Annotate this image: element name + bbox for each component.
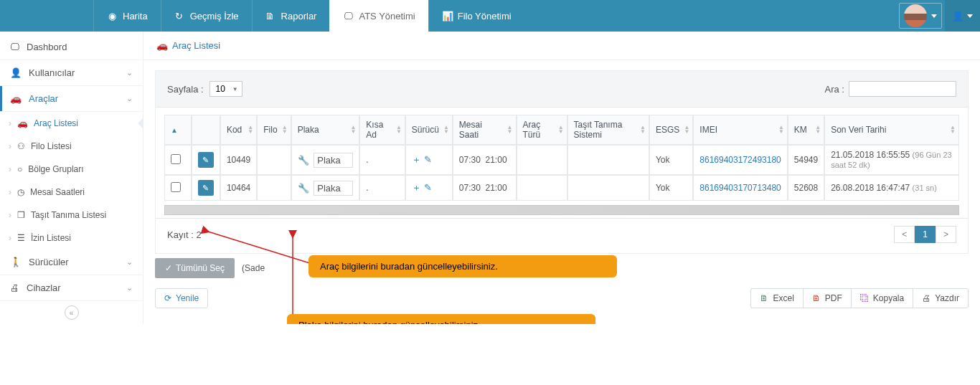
refresh-button[interactable]: ⟳Yenile	[155, 288, 208, 308]
user-icon: 👤	[952, 11, 963, 22]
user-icon: 👤	[10, 67, 22, 78]
col-expand[interactable]: ▲	[164, 115, 192, 145]
search-input[interactable]	[849, 81, 956, 97]
col-km[interactable]: KM▲▼	[788, 115, 824, 145]
sidebar-izin-listesi[interactable]: ☰İzin Listesi	[1, 227, 143, 249]
pdf-icon: 🗎	[812, 293, 821, 303]
export-pdf-button[interactable]: 🗎PDF	[803, 288, 851, 308]
page-1-button[interactable]: 1	[915, 226, 936, 243]
avatar-icon	[904, 4, 927, 27]
nav-harita[interactable]: ◉Harita	[93, 0, 161, 32]
breadcrumb-label: Araç Listesi	[172, 40, 220, 51]
cell-filo	[257, 175, 291, 201]
sidebar-mesai-saatleri[interactable]: ◷Mesai Saatleri	[1, 181, 143, 204]
user-avatar-dropdown[interactable]	[899, 3, 942, 29]
export-excel-button[interactable]: 🗎Excel	[750, 288, 802, 308]
cell-surucu: ＋✎	[405, 175, 453, 201]
pagination: < 1 >	[894, 226, 956, 243]
wrench-icon[interactable]: 🔧	[298, 183, 309, 194]
col-plaka[interactable]: Plaka▲▼	[291, 115, 360, 145]
refresh-icon: ↻	[174, 11, 184, 22]
wrench-icon[interactable]: 🔧	[298, 155, 309, 166]
horizontal-scrollbar[interactable]	[164, 205, 959, 215]
add-driver-button[interactable]: ＋	[412, 154, 421, 165]
breadcrumb: 🚗 Araç Listesi	[143, 32, 980, 60]
sidebar-suruculer[interactable]: 🚶Sürücüler⌄	[0, 249, 143, 275]
car-icon: 🚗	[17, 118, 28, 128]
monitor-icon: 🖵	[10, 42, 19, 52]
sidebar: 🖵Dashbord 👤Kullanıcılar⌄ 🚗Araçlar⌄ 🚗Araç…	[0, 32, 143, 324]
plaka-input[interactable]: Plaka	[314, 181, 353, 196]
cell-kisa-ad: .	[359, 145, 405, 175]
cube-icon: ❒	[17, 210, 25, 220]
page-next-button[interactable]: >	[936, 226, 956, 243]
paginate-label: Sayfala :	[167, 84, 204, 95]
row-edit-button[interactable]: ✎	[198, 180, 214, 196]
main-content: 🚗 Araç Listesi Sayfala : 10 Ara :	[143, 32, 980, 324]
cell-plaka: 🔧 Plaka	[291, 175, 360, 201]
person-icon: 🚶	[10, 257, 22, 267]
sidebar-collapse-button[interactable]: «	[65, 305, 79, 320]
row-edit-button[interactable]: ✎	[198, 152, 214, 168]
file-icon: 🗎	[265, 11, 275, 22]
col-mesai[interactable]: Mesai Saati▲▼	[453, 115, 517, 145]
sidebar-cihazlar[interactable]: 🖨Cihazlar⌄	[0, 275, 143, 301]
cell-filo	[257, 145, 291, 175]
imei-link[interactable]: 86169403172493180	[699, 155, 781, 165]
add-driver-button[interactable]: ＋	[412, 182, 421, 193]
page-prev-button[interactable]: <	[894, 226, 915, 243]
col-son-veri[interactable]: Son Veri Tarihi▲▼	[824, 115, 959, 145]
row-checkbox[interactable]	[171, 154, 181, 164]
col-kod[interactable]: Kod▲▼	[220, 115, 257, 145]
table-row: ✎10449🔧 Plaka.＋✎07:30 21:00Yok8616940317…	[164, 145, 959, 175]
chevron-down-icon: ⌄	[126, 68, 133, 77]
excel-icon: 🗎	[760, 293, 768, 303]
cell-esgs: Yok	[649, 145, 693, 175]
col-filo[interactable]: Filo▲▼	[257, 115, 291, 145]
user-menu-dropdown[interactable]: 👤	[945, 0, 980, 32]
sidebar-dashboard[interactable]: 🖵Dashbord	[0, 34, 143, 60]
chevron-down-icon: ⌄	[126, 94, 133, 103]
nav-filo-yonetimi[interactable]: 📊Filo Yönetimi	[428, 0, 524, 32]
col-surucu[interactable]: Sürücü▲▼	[405, 115, 453, 145]
col-kisa-ad[interactable]: Kısa Ad▲▼	[359, 115, 405, 145]
annotation-arrow	[289, 233, 311, 319]
refresh-icon: ⟳	[164, 293, 171, 303]
cell-imei: 86169403172493180	[693, 145, 787, 175]
sidebar-filo-listesi[interactable]: ⚇Filo Listesi	[1, 135, 143, 158]
cell-km: 52608	[788, 175, 824, 201]
cell-son-veri: 26.08.2018 16:47:47 (31 sn)	[824, 175, 959, 201]
nav-ats-yonetimi[interactable]: 🖵ATS Yönetimi	[329, 0, 428, 32]
chevron-down-icon: ⌄	[126, 283, 133, 293]
export-print-button[interactable]: 🖨Yazdır	[913, 288, 969, 308]
cell-kod: 10449	[220, 145, 257, 175]
sidebar-araclar[interactable]: 🚗Araçlar⌄	[0, 86, 143, 112]
chevron-down-icon: ⌄	[126, 257, 133, 267]
print-icon: 🖨	[922, 293, 930, 303]
col-imei[interactable]: IMEI▲▼	[693, 115, 787, 145]
sidebar-arac-listesi[interactable]: 🚗Araç Listesi	[1, 112, 143, 135]
row-checkbox[interactable]	[171, 182, 181, 192]
circle-icon: ○	[17, 164, 22, 174]
page-size-select[interactable]: 10	[209, 81, 242, 97]
sidebar-kullanicilar[interactable]: 👤Kullanıcılar⌄	[0, 60, 143, 86]
edit-driver-button[interactable]: ✎	[424, 182, 432, 193]
edit-driver-button[interactable]: ✎	[424, 154, 432, 165]
sitemap-icon: ⚇	[17, 141, 25, 151]
col-tasit-tanima[interactable]: Taşıt Tanıma Sistemi▲▼	[567, 115, 649, 145]
export-copy-button[interactable]: ⿻Kopyala	[851, 288, 913, 308]
sidebar-bolge-gruplari[interactable]: ○Bölge Grupları	[1, 158, 143, 181]
vehicles-table: ▲ Kod▲▼ Filo▲▼ Plaka▲▼ Kısa Ad▲▼ Sürücü▲…	[164, 115, 959, 201]
imei-link[interactable]: 86169403170713480	[699, 183, 781, 193]
car-icon: 🚗	[156, 40, 168, 51]
sidebar-tasit-tanima[interactable]: ❒Taşıt Tanıma Listesi	[1, 204, 143, 227]
cell-esgs: Yok	[649, 175, 693, 201]
callout-edit-vehicle: Araç bilgilerini buradan güncelleyebilir…	[308, 255, 617, 277]
monitor-icon: 🖵	[343, 11, 353, 22]
col-arac-turu[interactable]: Araç Türü▲▼	[517, 115, 567, 145]
cell-son-veri: 21.05.2018 16:55:55 (96 Gün 23 saat 52 d…	[824, 145, 959, 175]
plaka-input[interactable]: Plaka	[314, 153, 353, 168]
col-esgs[interactable]: ESGS▲▼	[649, 115, 693, 145]
nav-gecmis[interactable]: ↻Geçmiş İzle	[161, 0, 252, 32]
nav-raporlar[interactable]: 🗎Raporlar	[252, 0, 330, 32]
